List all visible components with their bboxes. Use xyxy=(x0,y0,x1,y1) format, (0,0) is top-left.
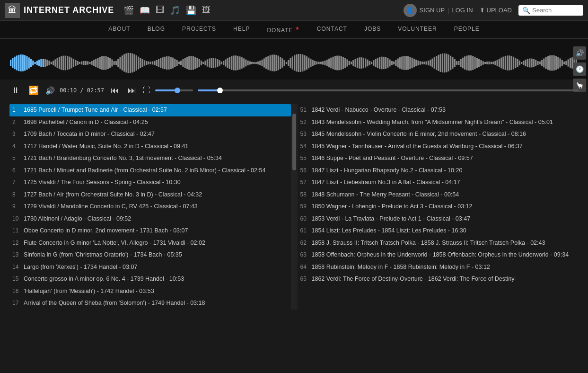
track-number: 51 xyxy=(300,106,312,114)
sign-up-link[interactable]: SIGN UP xyxy=(420,7,445,14)
nav-help[interactable]: HELP xyxy=(233,26,250,34)
track-number: 8 xyxy=(12,191,24,199)
track-title: 1725 Vivaldi / The Four Seasons - Spring… xyxy=(24,178,288,187)
track-item[interactable]: 511842 Verdi - Nabucco - Overture - Clas… xyxy=(298,104,579,116)
track-item[interactable]: 641858 Rubinstein: Melody in F - 1858 Ru… xyxy=(298,261,579,274)
prev-track-button[interactable]: ⏮ xyxy=(109,84,121,98)
track-title: 1854 Liszt: Les Preludes - 1854 Liszt: L… xyxy=(312,227,576,235)
track-item[interactable]: 521843 Mendelssohn - Wedding March, from… xyxy=(298,116,579,129)
track-number: 3 xyxy=(12,130,24,138)
track-item[interactable]: 551846 Suppe - Poet and Peasant - Overtu… xyxy=(298,152,579,165)
track-number: 4 xyxy=(12,142,24,151)
track-item[interactable]: 31709 Bach / Toccata in D minor - Classi… xyxy=(9,128,291,141)
search-icon: 🔍 xyxy=(522,7,530,14)
track-item[interactable]: 11Oboe Concerto in D minor, 2nd movement… xyxy=(9,225,291,237)
track-number: 53 xyxy=(300,130,312,138)
track-number: 5 xyxy=(12,154,24,162)
volume-slider[interactable] xyxy=(155,89,193,91)
track-item[interactable]: 601853 Verdi - La Traviata - Prelude to … xyxy=(298,213,579,225)
logo-area[interactable]: 🏛 INTERNET ARCHIVE xyxy=(5,3,114,18)
track-number: 10 xyxy=(12,215,24,223)
track-item[interactable]: 15Concerto grosso in A minor op. 6 No. 4… xyxy=(9,273,291,285)
track-number: 61 xyxy=(300,227,312,235)
image-icon[interactable]: 🖼 xyxy=(202,5,211,15)
upload-label: UPLOAD xyxy=(487,7,512,14)
clock-btn[interactable]: 🕐 xyxy=(573,62,586,76)
volume-side-btn[interactable]: 🔊 xyxy=(573,46,586,60)
track-item[interactable]: 541845 Wagner - Tannhäuser - Arrival of … xyxy=(298,141,579,153)
top-right: 👤 SIGN UP | LOG IN ⬆ UPLOAD 🔍 xyxy=(404,4,583,17)
nav-jobs[interactable]: JOBS xyxy=(364,26,381,34)
track-item[interactable]: 41717 Handel / Water Music, Suite No. 2 … xyxy=(9,141,291,153)
software-icon[interactable]: 💾 xyxy=(186,5,196,16)
fullscreen-button[interactable]: ⛶ xyxy=(143,86,150,95)
progress-thumb xyxy=(217,88,223,93)
nav-icons: 🎬 📖 🎞 🎵 💾 🖼 xyxy=(123,5,211,16)
nav-volunteer[interactable]: VOLUNTEER xyxy=(398,26,437,34)
track-item[interactable]: 531845 Mendelssohn - Violin Concerto in … xyxy=(298,128,579,141)
logo-text: INTERNET ARCHIVE xyxy=(24,5,114,15)
secondary-nav: ABOUT BLOG PROJECTS HELP DONATE ★ CONTAC… xyxy=(0,21,588,39)
track-item[interactable]: 651862 Verdi: The Force of Destiny-Overt… xyxy=(298,273,579,285)
track-item[interactable]: 14Largo (from 'Xerxes') - 1734 Handel - … xyxy=(9,261,291,274)
scrollbar-thumb[interactable] xyxy=(292,114,296,170)
track-item[interactable]: 81727 Bach / Air (from Orchestral Suite … xyxy=(9,189,291,201)
track-item[interactable]: 71725 Vivaldi / The Four Seasons - Sprin… xyxy=(9,177,291,189)
track-number: 54 xyxy=(300,142,312,151)
track-title: 1862 Verdi: The Force of Destiny-Overtur… xyxy=(312,275,576,284)
track-item[interactable]: 91729 Vivaldi / Mandoline Concerto in C,… xyxy=(9,201,291,213)
total-time: 02:57 xyxy=(87,87,104,94)
track-item[interactable]: 12Flute Concerto in G minor 'La Notte', … xyxy=(9,237,291,249)
track-title: 1858 Rubinstein: Melody in F - 1858 Rubi… xyxy=(312,263,576,272)
track-number: 60 xyxy=(300,215,312,223)
track-title: 1698 Pachelbel / Canon in D - Classical … xyxy=(24,118,288,127)
track-title: 1850 Wagner - Lohengin - Prelude to Act … xyxy=(312,203,576,211)
upload-area[interactable]: ⬆ UPLOAD xyxy=(480,7,512,14)
volume-icon[interactable]: 🔊 xyxy=(45,86,55,95)
track-item[interactable]: 11685 Purcell / Trumpet Tune and Air - C… xyxy=(9,104,291,116)
track-item[interactable]: 101730 Albinoni / Adagio - Classical - 0… xyxy=(9,213,291,225)
track-item[interactable]: 591850 Wagner - Lohengin - Prelude to Ac… xyxy=(298,201,579,213)
books-icon[interactable]: 📖 xyxy=(140,5,150,16)
track-number: 7 xyxy=(12,178,24,186)
film-icon[interactable]: 🎞 xyxy=(156,5,164,15)
logo-icon: 🏛 xyxy=(5,3,20,18)
repeat-button[interactable]: 🔁 xyxy=(26,83,41,98)
playback-controls: ⏸ 🔁 🔊 00:10 / 02:57 ⏮ ⏭ ⛶ xyxy=(0,80,588,101)
audio-icon[interactable]: 🎵 xyxy=(170,5,180,16)
video-icon[interactable]: 🎬 xyxy=(123,5,134,16)
log-in-link[interactable]: LOG IN xyxy=(452,7,473,14)
track-number: 12 xyxy=(12,239,24,247)
nav-about[interactable]: ABOUT xyxy=(108,26,130,34)
track-item[interactable]: 13Sinfonia in G (from 'Christmas Oratori… xyxy=(9,249,291,261)
progress-bar[interactable] xyxy=(198,89,579,91)
track-item[interactable]: 631858 Offenbach: Orpheus in the Underwo… xyxy=(298,249,579,261)
track-item[interactable]: 17Arrival of the Queen of Sheba (from 'S… xyxy=(9,297,291,310)
track-item[interactable]: 581848 Schumann - The Merry Peasant - Cl… xyxy=(298,189,579,201)
track-title: 1843 Mendelssohn - Wedding March, from "… xyxy=(312,118,576,127)
waveform[interactable] xyxy=(9,46,579,80)
nav-people[interactable]: PEOPLE xyxy=(454,26,480,34)
track-title: 1858 J. Strauss II: Tritsch Tratsch Polk… xyxy=(312,239,576,248)
search-input[interactable] xyxy=(532,7,579,14)
search-box[interactable]: 🔍 xyxy=(518,5,583,16)
track-item[interactable]: 611854 Liszt: Les Preludes - 1854 Liszt:… xyxy=(298,225,579,237)
track-title: Oboe Concerto in D minor, 2nd movement -… xyxy=(24,227,288,235)
user-area: 👤 SIGN UP | LOG IN xyxy=(404,4,473,17)
track-item[interactable]: 51721 Bach / Brandenburg Concerto No. 3,… xyxy=(9,152,291,165)
current-time: 00:10 xyxy=(60,87,77,94)
track-item[interactable]: 21698 Pachelbel / Canon in D - Classical… xyxy=(9,116,291,129)
nav-contact[interactable]: CONTACT xyxy=(317,26,347,34)
track-item[interactable]: 621858 J. Strauss II: Tritsch Tratsch Po… xyxy=(298,237,579,249)
track-number: 2 xyxy=(12,118,24,126)
track-item[interactable]: 61721 Bach / Minuet and Badinerie (from … xyxy=(9,165,291,177)
nav-blog[interactable]: BLOG xyxy=(148,26,165,34)
track-item[interactable]: 561847 Liszt - Hungarian Rhapsody No.2 -… xyxy=(298,165,579,177)
nav-donate[interactable]: DONATE ★ xyxy=(267,26,299,34)
track-number: 17 xyxy=(12,299,24,307)
next-track-button[interactable]: ⏭ xyxy=(126,84,138,98)
pause-button[interactable]: ⏸ xyxy=(9,84,22,98)
track-item[interactable]: 16'Hallelujah' (from 'Messiah') - 1742 H… xyxy=(9,285,291,298)
nav-projects[interactable]: PROJECTS xyxy=(182,26,216,34)
track-item[interactable]: 571847 Liszt - Liebestraum No.3 in A fla… xyxy=(298,177,579,189)
